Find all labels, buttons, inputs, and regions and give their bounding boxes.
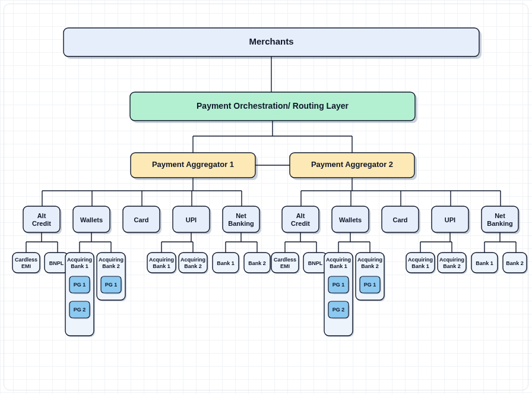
svg-text:AcquiringBank 2: AcquiringBank 2 [439,257,464,269]
node-bank2-1: Bank 2 [244,253,271,274]
node-altcredit-2: AltCredit [282,206,321,234]
merchants-label: Merchants [249,36,293,46]
svg-text:AcquiringBank 1: AcquiringBank 1 [408,257,433,269]
node-acqbank2-upi-1: AcquiringBank 2 [179,253,208,274]
node-acqbank2-wallets-1: AcquiringBank 2 PG 1 [97,253,126,301]
svg-text:PG 1: PG 1 [364,282,376,288]
svg-text:AcquiringBank 2: AcquiringBank 2 [180,257,205,269]
node-netbanking-1: NetBanking [223,206,261,234]
svg-text:AcquiringBank 1: AcquiringBank 1 [326,257,351,269]
node-bank1-2: Bank 1 [471,253,499,274]
orchestration-label: Payment Orchestration/ Routing Layer [197,101,349,111]
agg2-label: Payment Aggregator 2 [311,160,393,169]
svg-text:AcquiringBank 2: AcquiringBank 2 [99,257,124,269]
svg-text:AcquiringBank 1: AcquiringBank 1 [67,257,92,269]
node-upi-2: UPI [432,206,470,234]
node-card-1: Card [123,206,162,234]
svg-text:Bank 1: Bank 1 [476,260,493,266]
node-wallets-1: Wallets [73,206,112,234]
svg-text:AcquiringBank 2: AcquiringBank 2 [357,257,382,269]
node-aggregator-1: Payment Aggregator 1 [131,153,258,180]
svg-text:UPI: UPI [186,216,197,223]
node-acqbank1-upi-2: AcquiringBank 1 [406,253,436,274]
svg-text:PG 1: PG 1 [105,282,118,288]
svg-text:BNPL: BNPL [308,260,323,266]
node-acqbank1-wallets-1: AcquiringBank 1 PG 1 PG 2 [65,253,95,337]
agg1-label: Payment Aggregator 1 [152,160,234,169]
node-acqbank2-wallets-2: AcquiringBank 2 PG 1 [356,253,385,301]
svg-text:Card: Card [392,216,407,223]
node-cardless-emi-1: CardlessEMI [12,253,41,274]
node-altcredit-1: AltCredit [23,206,62,234]
node-acqbank2-upi-2: AcquiringBank 2 [438,253,467,274]
svg-text:Wallets: Wallets [339,216,362,223]
svg-text:UPI: UPI [445,216,455,223]
diagram-frame: Merchants Payment Orchestration/ Routing… [4,4,528,390]
node-bank1-1: Bank 1 [213,253,240,274]
svg-text:Bank 2: Bank 2 [248,260,266,266]
svg-text:Card: Card [134,216,148,223]
node-cardless-emi-2: CardlessEMI [271,253,300,274]
svg-text:Wallets: Wallets [80,216,103,223]
node-acqbank1-wallets-2: AcquiringBank 1 PG 1 PG 2 [324,253,354,337]
node-wallets-2: Wallets [332,206,370,234]
node-aggregator-2: Payment Aggregator 2 [290,153,417,180]
svg-text:PG 1: PG 1 [74,282,86,288]
svg-text:BNPL: BNPL [49,260,64,266]
node-merchants: Merchants [64,28,482,59]
node-acqbank1-upi-1: AcquiringBank 1 [147,253,177,274]
node-upi-1: UPI [173,206,211,234]
svg-text:AcquiringBank 1: AcquiringBank 1 [149,257,174,269]
node-bank2-2: Bank 2 [503,253,528,274]
svg-text:PG 2: PG 2 [74,307,86,313]
node-netbanking-2: NetBanking [482,206,520,234]
node-orchestration: Payment Orchestration/ Routing Layer [130,92,417,123]
svg-text:PG 2: PG 2 [332,307,345,313]
svg-text:Bank 1: Bank 1 [217,260,235,266]
node-card-2: Card [382,206,420,234]
svg-text:PG 1: PG 1 [332,282,345,288]
svg-text:Bank 2: Bank 2 [506,260,524,266]
